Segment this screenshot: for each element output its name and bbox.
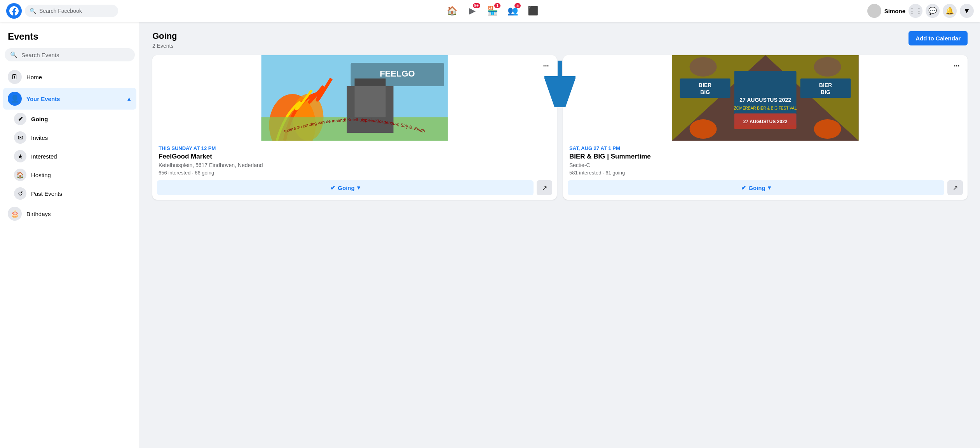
sidebar-item-birthdays[interactable]: 🎂 Birthdays — [3, 203, 136, 225]
chevron-up-icon: ▲ — [126, 96, 132, 102]
share-button-bier-big[interactable]: ↗ — [947, 180, 963, 195]
going-icon: ✔ — [14, 113, 26, 125]
messenger-button[interactable]: 💬 — [926, 4, 940, 18]
main-content: Going 2 Events Add to Calendar — [140, 22, 980, 448]
section-heading: Going 2 Events — [152, 31, 177, 49]
topnav: 🔍 Search Facebook 🏠 ▶ 9+ 🏪 1 👥 5 ⬛ Simon… — [0, 0, 980, 22]
user-name: Simone — [884, 8, 905, 14]
sidebar-item-home[interactable]: 🗓 Home — [3, 66, 136, 88]
home-icon: 🗓 — [8, 70, 22, 84]
video-nav-button[interactable]: ▶ 9+ — [463, 2, 482, 20]
event-card-bier-big[interactable]: BIER BIG BIER BIG 27 AUGUSTUS 2022 ZOMER… — [563, 55, 968, 200]
nav-center: 🏠 ▶ 9+ 🏪 1 👥 5 ⬛ — [443, 2, 542, 20]
apps-button[interactable]: ⋮⋮ — [909, 4, 922, 18]
svg-text:27 AUGUSTUS 2022: 27 AUGUSTUS 2022 — [739, 97, 791, 103]
sidebar-item-home-label: Home — [26, 74, 42, 80]
event-date-bier-big: SAT, AUG 27 AT 1 PM — [569, 145, 961, 151]
event-actions-feelgood: ✔ Going ▾ ↗ — [152, 176, 557, 200]
event-info-feelgood: THIS SUNDAY AT 12 PM FeelGood Market Ket… — [152, 141, 557, 176]
groups-nav-button[interactable]: 👥 5 — [504, 2, 522, 20]
home-nav-button[interactable]: 🏠 — [443, 2, 462, 20]
event-image-bier-big: BIER BIG BIER BIG 27 AUGUSTUS 2022 ZOMER… — [563, 55, 968, 141]
marketplace-nav-button[interactable]: 🏪 1 — [483, 2, 502, 20]
event-title-feelgood: FeelGood Market — [159, 153, 551, 160]
nav-right: Simone ⋮⋮ 💬 🔔 ▼ — [867, 4, 974, 18]
share-button-feelgood[interactable]: ↗ — [537, 180, 552, 195]
svg-point-23 — [690, 57, 717, 77]
going-button-bier-big[interactable]: ✔ Going ▾ — [568, 180, 944, 195]
user-profile[interactable]: Simone — [867, 4, 905, 18]
share-icon-feelgood: ↗ — [542, 184, 547, 192]
going-button-label-feelgood: Going — [338, 185, 354, 191]
invites-icon: ✉ — [14, 131, 26, 144]
event-stats-feelgood: 656 interested · 66 going — [159, 170, 551, 176]
svg-text:BIG: BIG — [700, 89, 710, 95]
event-title-bier-big: BIER & BIG | Summertime — [569, 153, 961, 160]
search-placeholder: Search Facebook — [39, 8, 82, 14]
event-location-bier-big: Sectie-C — [569, 162, 961, 168]
facebook-logo[interactable] — [6, 3, 22, 19]
svg-point-26 — [814, 119, 841, 139]
bier-big-image: BIER BIG BIER BIG 27 AUGUSTUS 2022 ZOMER… — [563, 55, 968, 141]
main-header: Going 2 Events Add to Calendar — [152, 31, 968, 49]
search-events-input[interactable]: 🔍 Search Events — [5, 48, 135, 61]
event-image-feelgood: FEELGO Iedere 3e zondag van de maand! Ke… — [152, 55, 557, 141]
user-avatar — [867, 4, 881, 18]
search-bar[interactable]: 🔍 Search Facebook — [25, 5, 118, 17]
marketplace-badge: 1 — [494, 3, 500, 8]
notifications-button[interactable]: 🔔 — [943, 4, 957, 18]
event-card-feelgood[interactable]: FEELGO Iedere 3e zondag van de maand! Ke… — [152, 55, 557, 200]
sidebar-item-hosting[interactable]: 🏠 Hosting — [9, 166, 136, 184]
layout: Events 🔍 Search Events 🗓 Home 👤 Your Eve… — [0, 22, 980, 448]
sidebar-title: Events — [3, 28, 136, 45]
sidebar-item-interested[interactable]: ★ Interested — [9, 147, 136, 166]
interested-label: Interested — [31, 153, 57, 160]
going-chevron-icon: ▾ — [357, 184, 360, 191]
going-check-icon: ✔ — [330, 184, 335, 192]
svg-text:BIER: BIER — [819, 82, 832, 88]
svg-text:FEELGO: FEELGO — [380, 69, 415, 78]
search-events-placeholder: Search Events — [21, 52, 59, 58]
sidebar-item-your-events[interactable]: 👤 Your Events ▲ — [3, 88, 136, 110]
hosting-icon: 🏠 — [14, 169, 26, 181]
going-button-label-bier-big: Going — [748, 185, 765, 191]
sub-items: ✔ Going ✉ Invites ★ Interested 🏠 Hosting… — [3, 110, 136, 203]
your-events-icon: 👤 — [8, 92, 22, 106]
svg-point-24 — [814, 57, 841, 77]
birthdays-label: Birthdays — [26, 211, 51, 217]
interested-icon: ★ — [14, 150, 26, 162]
event-more-button-feelgood[interactable]: ··· — [540, 60, 552, 72]
sidebar-item-invites[interactable]: ✉ Invites — [9, 128, 136, 147]
event-date-feelgood: THIS SUNDAY AT 12 PM — [159, 145, 551, 151]
event-more-button-bier-big[interactable]: ··· — [950, 60, 963, 72]
past-events-icon: ↺ — [14, 187, 26, 200]
add-to-calendar-button[interactable]: Add to Calendar — [909, 31, 968, 45]
event-info-bier-big: SAT, AUG 27 AT 1 PM BIER & BIG | Summert… — [563, 141, 968, 176]
share-icon-bier-big: ↗ — [953, 184, 958, 192]
event-actions-bier-big: ✔ Going ▾ ↗ — [563, 176, 968, 200]
svg-text:ZOMERBAR BIER & BIG FESTIVAL: ZOMERBAR BIER & BIG FESTIVAL — [734, 106, 797, 110]
past-events-label: Past Events — [31, 190, 62, 197]
sidebar: Events 🔍 Search Events 🗓 Home 👤 Your Eve… — [0, 22, 140, 448]
sidebar-item-going[interactable]: ✔ Going — [9, 110, 136, 128]
section-subtitle: 2 Events — [152, 43, 177, 49]
section-title: Going — [152, 31, 177, 41]
gaming-nav-button[interactable]: ⬛ — [524, 2, 542, 20]
event-location-feelgood: Ketelhuisplein, 5617 Eindhoven, Nederlan… — [159, 162, 551, 168]
invites-label: Invites — [31, 134, 48, 141]
search-icon: 🔍 — [30, 8, 36, 14]
svg-point-25 — [690, 119, 717, 139]
sidebar-item-past-events[interactable]: ↺ Past Events — [9, 184, 136, 203]
event-stats-bier-big: 581 interested · 61 going — [569, 170, 961, 176]
going-button-feelgood[interactable]: ✔ Going ▾ — [157, 180, 534, 195]
svg-text:BIER: BIER — [699, 82, 711, 88]
svg-text:27 AUGUSTUS 2022: 27 AUGUSTUS 2022 — [743, 119, 788, 124]
svg-text:BIG: BIG — [821, 89, 830, 95]
video-badge: 9+ — [473, 3, 480, 8]
groups-badge: 5 — [514, 3, 521, 8]
events-grid: FEELGO Iedere 3e zondag van de maand! Ke… — [152, 55, 968, 200]
hosting-label: Hosting — [31, 172, 51, 178]
going-check-icon-2: ✔ — [741, 184, 746, 192]
going-label: Going — [31, 116, 48, 122]
account-dropdown-button[interactable]: ▼ — [960, 4, 974, 18]
